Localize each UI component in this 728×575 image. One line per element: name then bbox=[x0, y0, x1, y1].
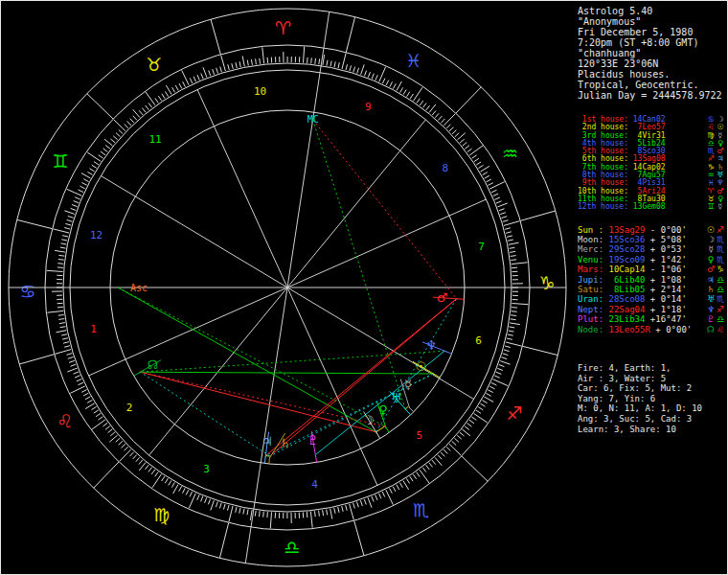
sign-ruler-icon: ☿ bbox=[716, 203, 725, 211]
planet-position: 13Sag29 bbox=[609, 225, 646, 235]
planet-row: Jupi: 6Lib40 + 1°08'♃♎ bbox=[578, 275, 725, 285]
planet-latitude: - 1°06' bbox=[645, 264, 686, 274]
planet-latitude: + 0°14' bbox=[645, 294, 686, 304]
planet-sign-icon: ♎ bbox=[716, 285, 725, 294]
planet-row: Merc: 29Sco28 + 0°53'☿♏ bbox=[578, 244, 725, 254]
planet-icon: ☽ bbox=[706, 235, 716, 244]
house-cusp-lines bbox=[9, 12, 566, 563]
planet-latitude: + 2°14' bbox=[645, 285, 686, 294]
svg-text:8: 8 bbox=[443, 162, 449, 174]
polarity-counts: Yang: 7, Yin: 6 bbox=[578, 394, 725, 404]
planet-label: Merc: bbox=[578, 244, 609, 254]
svg-text:4: 4 bbox=[311, 478, 318, 491]
planet-sign-icon: ♐ bbox=[716, 305, 725, 314]
planet-icon: ♇ bbox=[706, 314, 716, 324]
planet-icon: ☊ bbox=[706, 325, 716, 334]
planet-position: 10Cap14 bbox=[609, 264, 646, 274]
svg-text:♒: ♒ bbox=[502, 143, 518, 164]
planet-position: 22Sag04 bbox=[609, 305, 646, 314]
svg-text:6: 6 bbox=[475, 334, 482, 347]
svg-text:♀: ♀ bbox=[378, 402, 388, 417]
chart-time: 7:20pm (ST +8:00 GMT) bbox=[578, 37, 725, 48]
planet-label: Satu: bbox=[578, 285, 609, 294]
planet-label: Jupi: bbox=[578, 275, 609, 285]
svg-text:9: 9 bbox=[365, 101, 372, 113]
planet-row: Moon: 15Sco36 + 5°08'☽♏ bbox=[578, 235, 725, 244]
planet-label: Moon: bbox=[578, 235, 609, 244]
info-panel: Astrolog 5.40 "Anonymous" Fri December 5… bbox=[578, 6, 725, 434]
svg-text:♇: ♇ bbox=[307, 433, 319, 448]
planet-row: Nept: 22Sag04 + 1°18'♆♐ bbox=[578, 305, 725, 314]
svg-text:1: 1 bbox=[90, 323, 97, 335]
app-title: Astrolog 5.40 bbox=[578, 6, 725, 16]
svg-text:♑: ♑ bbox=[538, 272, 555, 293]
svg-text:7: 7 bbox=[478, 241, 485, 253]
svg-text:☊: ☊ bbox=[148, 357, 159, 372]
svg-text:☿: ☿ bbox=[404, 378, 412, 392]
planet-row: Venu: 19Sco09 + 1°42'♀♏ bbox=[578, 255, 725, 264]
planet-label: Uran: bbox=[578, 294, 609, 304]
planet-row: Uran: 28Sco08 + 0°14'♅♏ bbox=[578, 294, 725, 304]
house-list: 1st house: 14Can02♋☽ 2nd house: 7Leo57♌☉… bbox=[578, 116, 725, 212]
house-row: 12th house: 13Gem08♊☿ bbox=[578, 203, 725, 211]
element-counts-2: Air : 3, Water: 5 bbox=[578, 374, 725, 384]
planet-sign-icon: ♏ bbox=[716, 294, 725, 304]
svg-text:♅: ♅ bbox=[391, 391, 402, 405]
svg-text:MC: MC bbox=[307, 114, 319, 125]
svg-text:♋: ♋ bbox=[19, 281, 35, 302]
svg-text:12: 12 bbox=[90, 229, 102, 242]
planet-row: Mars: 10Cap14 - 1°06'♂♑ bbox=[578, 264, 725, 274]
svg-text:♄: ♄ bbox=[280, 436, 291, 450]
svg-text:♆: ♆ bbox=[425, 338, 437, 353]
chart-wheel: ♈♉♊♋♌♍♎♏♐♑♒♓123456789101112☉☽☿♀♂♃♄♅♆♇☊As… bbox=[0, 0, 575, 575]
svg-text:5: 5 bbox=[417, 429, 423, 442]
cusp-sign-icon: ♊ bbox=[706, 203, 716, 211]
chart-statistics: Fire: 4, Earth: 1, Air : 3, Water: 5 Car… bbox=[578, 363, 725, 434]
planet-position: 13Leo55R bbox=[609, 325, 650, 334]
modality-counts: Car: 6, Fix: 5, Mut: 2 bbox=[578, 383, 725, 394]
planet-position: 6Lib40 bbox=[609, 275, 646, 285]
house-system: Placidus houses. bbox=[578, 69, 725, 80]
planet-position: 15Sco36 bbox=[609, 235, 646, 244]
planet-sign-icon: ♌ bbox=[716, 325, 725, 334]
planet-icon: ♅ bbox=[706, 294, 716, 304]
planet-icon: ♂ bbox=[706, 264, 716, 274]
planet-position: 8Lib05 bbox=[609, 285, 646, 294]
chart-coordinates: 120°33E 23°06N bbox=[578, 58, 725, 69]
svg-text:☉: ☉ bbox=[416, 359, 427, 374]
planet-icon: ♆ bbox=[706, 305, 716, 314]
planet-icon: ☉ bbox=[706, 225, 716, 235]
planet-latitude: + 1°08' bbox=[645, 275, 686, 285]
planet-latitude: + 1°42' bbox=[645, 255, 686, 264]
planet-row: Satu: 8Lib05 + 2°14'♄♎ bbox=[578, 285, 725, 294]
svg-text:♎: ♎ bbox=[284, 537, 300, 558]
planet-sign-icon: ♎ bbox=[716, 314, 725, 324]
planet-position: 23Lib34 bbox=[609, 314, 646, 324]
svg-text:☽: ☽ bbox=[363, 413, 375, 427]
planet-position: 19Sco09 bbox=[609, 255, 646, 264]
planet-latitude: +16°47' bbox=[645, 314, 686, 324]
chart-name: "Anonymous" bbox=[578, 16, 725, 27]
zodiac-system: Tropical, Geocentric. bbox=[578, 80, 725, 90]
planet-icon: ♃ bbox=[706, 275, 716, 285]
svg-text:♃: ♃ bbox=[262, 434, 273, 448]
planet-row: Plut: 23Lib34 +16°47'♇♎ bbox=[578, 314, 725, 324]
house-type-counts: Ang: 3, Suc: 5, Cad: 3 bbox=[578, 414, 725, 425]
svg-text:3: 3 bbox=[203, 463, 210, 475]
planet-sign-icon: ♏ bbox=[716, 255, 725, 264]
chart-place-name: "chanhuang" bbox=[578, 48, 725, 58]
planet-latitude: + 5°08' bbox=[645, 235, 686, 244]
planet-label: Sun : bbox=[578, 225, 609, 235]
planet-position: 29Sco28 bbox=[609, 244, 646, 254]
planet-icon: ♀ bbox=[706, 255, 716, 264]
planet-latitude: + 0°53' bbox=[645, 244, 686, 254]
svg-text:♉: ♉ bbox=[146, 54, 162, 75]
svg-text:2: 2 bbox=[126, 402, 133, 414]
planet-label: Nept: bbox=[578, 305, 609, 314]
planet-row: Sun : 13Sag29 - 0°00'☉♐ bbox=[578, 225, 725, 235]
hemisphere-counts: M: 0, N: 11, A: 1, D: 10 bbox=[578, 403, 725, 414]
planet-label: Venu: bbox=[578, 255, 609, 264]
svg-text:♌: ♌ bbox=[57, 410, 73, 431]
learn-share-counts: Learn: 3, Share: 10 bbox=[578, 425, 725, 435]
planet-position: 28Sco08 bbox=[609, 294, 646, 304]
